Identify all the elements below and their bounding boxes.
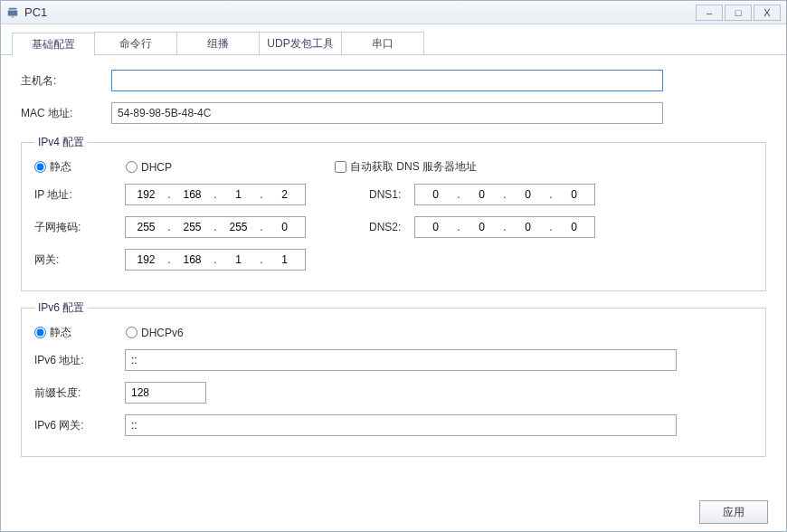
ipv4-dhcp-radio-item[interactable]: DHCP: [126, 161, 172, 174]
ipv4-dhcp-radio[interactable]: [126, 161, 137, 173]
window-title: PC1: [24, 5, 47, 19]
ip-address-label: IP 地址:: [34, 187, 125, 203]
mask-oct-4[interactable]: [264, 220, 305, 234]
app-icon: [6, 6, 19, 19]
ipv6-static-radio[interactable]: [34, 327, 46, 338]
dns1-oct-4[interactable]: [554, 187, 594, 202]
tab-udp-tool[interactable]: UDP发包工具: [259, 32, 342, 54]
mask-oct-2[interactable]: [172, 220, 213, 234]
gw-oct-1[interactable]: [126, 252, 166, 267]
ip-address-input[interactable]: . . .: [125, 184, 306, 205]
prefix-length-label: 前缀长度:: [34, 385, 125, 401]
hostname-input[interactable]: [111, 70, 663, 91]
ipv6-legend: IPv6 配置: [34, 300, 88, 316]
tab-basic-config[interactable]: 基础配置: [12, 33, 95, 56]
dns2-input[interactable]: . . .: [414, 216, 595, 238]
prefix-length-input[interactable]: [125, 382, 206, 404]
ipv4-static-radio-item[interactable]: 静态: [34, 159, 71, 175]
gw-oct-3[interactable]: [218, 252, 259, 267]
gw-oct-2[interactable]: [172, 252, 213, 267]
dns1-oct-2[interactable]: [461, 187, 502, 202]
ipv6-gateway-label: IPv6 网关:: [34, 418, 125, 433]
subnet-mask-input[interactable]: . . .: [125, 216, 306, 238]
mask-oct-3[interactable]: [218, 220, 259, 234]
ipv4-static-label: 静态: [50, 159, 71, 175]
ipv6-section: IPv6 配置 静态 DHCPv6 IPv6 地址: 前缀长度:: [21, 300, 766, 457]
ipv6-static-radio-item[interactable]: 静态: [34, 325, 71, 340]
maximize-button[interactable]: □: [725, 5, 752, 21]
dns2-oct-3[interactable]: [507, 220, 548, 234]
hostname-label: 主机名:: [21, 73, 111, 89]
ipv6-dhcpv6-radio[interactable]: [126, 327, 137, 338]
mac-input[interactable]: [111, 102, 663, 124]
ipv6-static-label: 静态: [50, 325, 71, 340]
gateway-label: 网关:: [34, 252, 125, 268]
ip-oct-1[interactable]: [126, 187, 166, 202]
minimize-button[interactable]: –: [696, 5, 723, 21]
dns1-input[interactable]: . . .: [414, 184, 595, 205]
dns1-oct-3[interactable]: [507, 187, 548, 202]
ipv4-legend: IPv4 配置: [34, 135, 88, 150]
apply-button[interactable]: 应用: [699, 500, 768, 524]
dns2-oct-2[interactable]: [461, 220, 502, 234]
ipv4-dhcp-label: DHCP: [141, 161, 172, 174]
title-bar: PC1 – □ X: [1, 1, 786, 24]
ipv6-gateway-input[interactable]: [125, 414, 677, 436]
ipv6-address-input[interactable]: [125, 349, 677, 371]
mask-oct-1[interactable]: [126, 220, 166, 234]
app-window: PC1 – □ X 基础配置 命令行 组播 UDP发包工具 串口 主机名: MA…: [0, 0, 787, 532]
tab-multicast[interactable]: 组播: [176, 32, 260, 54]
ipv4-static-radio[interactable]: [34, 161, 46, 173]
dns1-oct-1[interactable]: [415, 187, 456, 202]
tab-strip: 基础配置 命令行 组播 UDP发包工具 串口: [1, 24, 786, 55]
ipv4-section: IPv4 配置 静态 DHCP 自动获取 DNS 服务器地址 IP 地址:: [21, 135, 766, 291]
ipv6-dhcpv6-label: DHCPv6: [141, 327, 184, 339]
auto-dns-label: 自动获取 DNS 服务器地址: [350, 159, 477, 175]
close-button[interactable]: X: [754, 5, 781, 21]
auto-dns-checkbox[interactable]: [335, 161, 346, 173]
tab-command-line[interactable]: 命令行: [94, 32, 177, 54]
ip-oct-3[interactable]: [218, 187, 259, 202]
tab-content: 主机名: MAC 地址: IPv4 配置 静态 DHCP 自动获取 DNS: [1, 55, 786, 495]
tab-serial[interactable]: 串口: [341, 32, 424, 54]
dns2-oct-1[interactable]: [415, 220, 456, 234]
ipv6-address-label: IPv6 地址:: [34, 353, 125, 368]
dns1-label: DNS1:: [369, 188, 414, 201]
subnet-mask-label: 子网掩码:: [34, 220, 125, 235]
ipv6-dhcpv6-radio-item[interactable]: DHCPv6: [126, 327, 184, 339]
gw-oct-4[interactable]: [264, 252, 305, 267]
ip-oct-4[interactable]: [264, 187, 305, 202]
gateway-input[interactable]: . . .: [125, 249, 306, 271]
auto-dns-checkbox-item[interactable]: 自动获取 DNS 服务器地址: [335, 159, 477, 175]
ip-oct-2[interactable]: [172, 187, 213, 202]
dns2-oct-4[interactable]: [554, 220, 594, 234]
mac-label: MAC 地址:: [21, 106, 111, 121]
dns2-label: DNS2:: [369, 221, 414, 233]
